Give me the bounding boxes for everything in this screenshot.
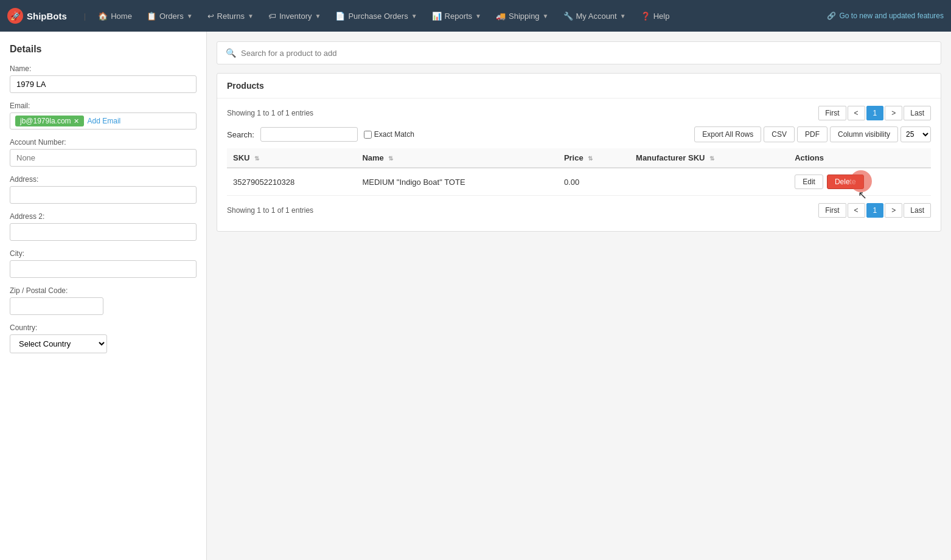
top-page-1-button[interactable]: 1 [866,106,884,120]
reports-arrow-icon: ▼ [475,13,481,19]
bottom-first-button[interactable]: First [818,203,846,218]
account-number-input[interactable] [10,149,197,167]
products-table: SKU ⇅ Name ⇅ Price ⇅ [227,148,931,196]
nav-item-reports[interactable]: 📊 Reports ▼ [425,0,489,32]
account-number-label: Account Number: [10,138,197,147]
add-email-link[interactable]: Add Email [88,117,121,125]
sidebar-title: Details [10,44,197,55]
column-visibility-button[interactable]: Column visibility [830,126,898,142]
nav-label-purchase-orders: Purchase Orders [348,12,408,21]
name-label: Name: [10,64,197,73]
edit-button[interactable]: Edit [795,175,823,189]
nav-label-help: Help [653,12,670,21]
external-link-icon: 🔗 [827,12,836,20]
products-panel-body: Showing 1 to 1 of 1 entries First < 1 > … [217,99,941,231]
zip-input[interactable] [10,297,103,315]
col-price: Price ⇅ [558,148,630,168]
purchase-orders-icon: 📄 [335,12,345,21]
col-mfr-sku-label: Manufacturer SKU [636,153,705,162]
email-group: Email: jb@1979la.com ✕ Add Email [10,102,197,130]
main-layout: Details Name: Email: jb@1979la.com ✕ Add… [0,32,951,560]
main-content: 🔍 Products Showing 1 to 1 of 1 entries F… [207,32,951,560]
address2-label: Address 2: [10,212,197,221]
country-select[interactable]: Select Country United States Canada Unit… [10,334,107,353]
nav-label-reports: Reports [445,12,473,21]
export-all-rows-button[interactable]: Export All Rows [694,126,761,142]
email-tag-remove-icon[interactable]: ✕ [74,117,79,125]
top-last-button[interactable]: Last [904,106,931,120]
zip-label: Zip / Postal Code: [10,286,197,295]
pdf-button[interactable]: PDF [797,126,827,142]
top-prev-button[interactable]: < [848,106,865,120]
col-name-sort-icon[interactable]: ⇅ [388,155,393,162]
row-price: 0.00 [558,168,630,196]
account-arrow-icon: ▼ [620,13,626,19]
address-input[interactable] [10,186,197,204]
bottom-page-1-button[interactable]: 1 [866,203,884,218]
nav-label-account: My Account [576,12,617,21]
top-pagination-buttons: First < 1 > Last [818,106,931,120]
search-filter-input[interactable] [260,127,358,142]
address-label: Address: [10,175,197,184]
top-pagination-row: Showing 1 to 1 of 1 entries First < 1 > … [227,106,931,120]
bottom-pagination-buttons: First < 1 > Last [818,203,931,218]
table-row: 35279052210328 MEDIUM "Indigo Boat" TOTE… [227,168,931,196]
csv-button[interactable]: CSV [764,126,795,142]
col-mfr-sku: Manufacturer SKU ⇅ [630,148,789,168]
name-input[interactable] [10,75,197,93]
nav-item-home[interactable]: 🏠 Home [91,0,139,32]
city-input[interactable] [10,260,197,278]
col-price-sort-icon[interactable]: ⇅ [588,155,593,162]
email-field-wrapper: jb@1979la.com ✕ Add Email [10,112,197,130]
sidebar: Details Name: Email: jb@1979la.com ✕ Add… [0,32,207,560]
orders-arrow-icon: ▼ [187,13,193,19]
topbar-notice[interactable]: 🔗 Go to new and updated features [827,12,944,20]
showing-text-top: Showing 1 to 1 of 1 entries [227,109,313,117]
address-group: Address: [10,175,197,204]
nav-item-account[interactable]: 🔧 My Account ▼ [556,0,633,32]
nav-item-help[interactable]: ❓ Help [633,0,677,32]
table-header-row: SKU ⇅ Name ⇅ Price ⇅ [227,148,931,168]
brand-name: ShipBots [27,11,67,21]
col-sku-sort-icon[interactable]: ⇅ [254,155,259,162]
nav-item-shipping[interactable]: 🚚 Shipping ▼ [489,0,556,32]
topbar-notice-text: Go to new and updated features [840,12,944,20]
returns-icon: ↩ [207,12,214,21]
product-search-icon: 🔍 [226,48,236,58]
top-next-button[interactable]: > [885,106,902,120]
col-price-label: Price [564,153,583,162]
help-icon: ❓ [641,12,650,21]
nav-label-inventory: Inventory [279,12,312,21]
exact-match-label[interactable]: Exact Match [364,130,414,139]
shipping-arrow-icon: ▼ [543,13,549,19]
zip-group: Zip / Postal Code: [10,286,197,315]
bottom-next-button[interactable]: > [885,203,902,218]
logo-icon: 🚀 [7,8,23,24]
row-actions: Edit Delete ↖ [789,168,931,196]
row-name: MEDIUM "Indigo Boat" TOTE [356,168,557,196]
home-icon: 🏠 [98,12,108,21]
product-search-input[interactable] [241,49,932,58]
inventory-icon: 🏷 [268,12,276,21]
name-group: Name: [10,64,197,93]
product-search-bar: 🔍 [217,41,941,64]
bottom-pagination-row: Showing 1 to 1 of 1 entries First < 1 > … [227,203,931,218]
col-mfr-sku-sort-icon[interactable]: ⇅ [709,155,714,162]
reports-icon: 📊 [432,12,442,21]
bottom-last-button[interactable]: Last [904,203,931,218]
address2-input[interactable] [10,223,197,241]
nav-divider: | [84,12,86,21]
nav-item-orders[interactable]: 📋 Orders ▼ [139,0,200,32]
row-mfr-sku [630,168,789,196]
nav-label-returns: Returns [217,12,245,21]
nav-item-purchase-orders[interactable]: 📄 Purchase Orders ▼ [328,0,424,32]
account-icon: 🔧 [563,12,573,21]
nav-item-inventory[interactable]: 🏷 Inventory ▼ [261,0,328,32]
nav-item-returns[interactable]: ↩ Returns ▼ [200,0,261,32]
exact-match-checkbox[interactable] [364,131,372,139]
brand-logo[interactable]: 🚀 ShipBots [7,8,67,24]
top-first-button[interactable]: First [818,106,846,120]
per-page-select[interactable]: 25 50 100 [900,126,931,142]
delete-button[interactable]: Delete ↖ [827,175,864,189]
bottom-prev-button[interactable]: < [848,203,865,218]
